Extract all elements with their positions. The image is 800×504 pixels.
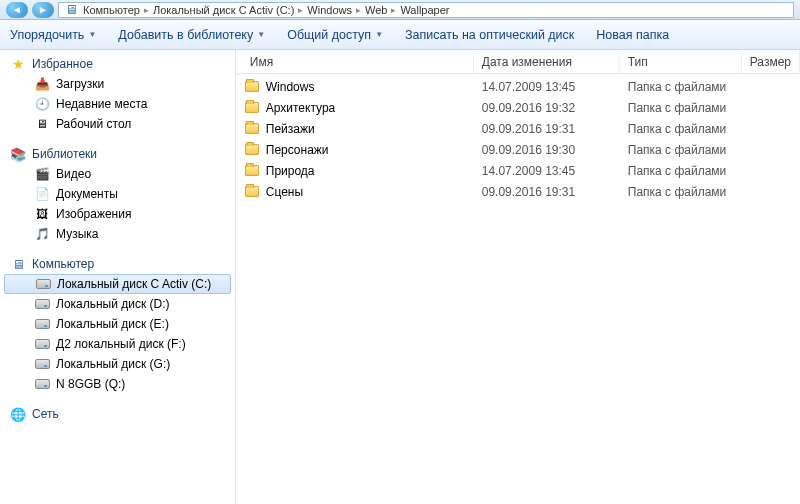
drive-icon [35, 339, 50, 349]
sidebar-libraries[interactable]: 📚 Библиотеки [0, 144, 235, 164]
new-folder-label: Новая папка [596, 28, 669, 42]
file-name: Пейзажи [266, 122, 315, 136]
sidebar-item-documents[interactable]: 📄 Документы [0, 184, 235, 204]
sidebar-item-label: N 8GGB (Q:) [56, 377, 125, 391]
folder-icon [245, 165, 259, 176]
sidebar-item-drive-c[interactable]: Локальный диск C Activ (C:) [4, 274, 231, 294]
file-name: Персонажи [266, 143, 329, 157]
sidebar-favorites[interactable]: ★ Избранное [0, 54, 235, 74]
sidebar-item-music[interactable]: 🎵 Музыка [0, 224, 235, 244]
folder-icon [245, 123, 259, 134]
column-header-name[interactable]: Имя [236, 51, 474, 73]
sidebar-label: Сеть [32, 407, 59, 421]
sidebar-item-label: Рабочий стол [56, 117, 131, 131]
folder-icon [245, 186, 259, 197]
file-row[interactable]: Пейзажи09.09.2016 19:31Папка с файлами [236, 118, 800, 139]
sidebar-item-recent[interactable]: 🕘 Недавние места [0, 94, 235, 114]
sidebar-computer[interactable]: 🖥 Компьютер [0, 254, 235, 274]
back-button[interactable]: ◄ [6, 2, 28, 18]
file-name: Сцены [266, 185, 303, 199]
music-icon: 🎵 [34, 226, 50, 242]
chevron-right-icon: ▸ [391, 5, 396, 15]
crumb[interactable]: Компьютер [83, 4, 140, 16]
add-library-label: Добавить в библиотеку [118, 28, 253, 42]
sidebar-item-drive-g[interactable]: Локальный диск (G:) [0, 354, 235, 374]
file-date: 09.09.2016 19:31 [474, 122, 620, 136]
drive-icon [35, 359, 50, 369]
file-type: Папка с файлами [620, 122, 742, 136]
sidebar-item-label: Д2 локальный диск (F:) [56, 337, 186, 351]
toolbar: Упорядочить ▼ Добавить в библиотеку ▼ Об… [0, 20, 800, 50]
sidebar-item-label: Музыка [56, 227, 98, 241]
libraries-icon: 📚 [10, 146, 26, 162]
drive-icon [35, 299, 50, 309]
sidebar-item-drive-e[interactable]: Локальный диск (E:) [0, 314, 235, 334]
crumb[interactable]: Windows [307, 4, 352, 16]
burn-label: Записать на оптический диск [405, 28, 574, 42]
crumb[interactable]: Wallpaper [400, 4, 449, 16]
chevron-right-icon: ▸ [356, 5, 361, 15]
file-row[interactable]: Сцены09.09.2016 19:31Папка с файлами [236, 181, 800, 202]
file-date: 14.07.2009 13:45 [474, 80, 620, 94]
share-label: Общий доступ [287, 28, 371, 42]
sidebar-item-label: Локальный диск (E:) [56, 317, 169, 331]
document-icon: 📄 [34, 186, 50, 202]
breadcrumb[interactable]: 🖥 Компьютер ▸ Локальный диск C Activ (C:… [58, 2, 794, 18]
crumb[interactable]: Локальный диск C Activ (C:) [153, 4, 294, 16]
sidebar-item-pictures[interactable]: 🖼 Изображения [0, 204, 235, 224]
sidebar-item-desktop[interactable]: 🖥 Рабочий стол [0, 114, 235, 134]
file-type: Папка с файлами [620, 185, 742, 199]
drive-icon [35, 379, 50, 389]
chevron-down-icon: ▼ [257, 30, 265, 39]
sidebar-item-label: Загрузки [56, 77, 104, 91]
column-header-type[interactable]: Тип [620, 51, 742, 73]
file-type: Папка с файлами [620, 80, 742, 94]
file-name: Природа [266, 164, 315, 178]
column-header-date[interactable]: Дата изменения [474, 51, 620, 73]
add-library-menu[interactable]: Добавить в библиотеку ▼ [118, 28, 265, 42]
file-row[interactable]: Природа14.07.2009 13:45Папка с файлами [236, 160, 800, 181]
file-row[interactable]: Персонажи09.09.2016 19:30Папка с файлами [236, 139, 800, 160]
sidebar-item-videos[interactable]: 🎬 Видео [0, 164, 235, 184]
chevron-down-icon: ▼ [375, 30, 383, 39]
file-list-pane: Имя Дата изменения Тип Размер Windows14.… [236, 50, 800, 504]
file-name: Windows [266, 80, 315, 94]
sidebar-item-label: Изображения [56, 207, 131, 221]
forward-button[interactable]: ► [32, 2, 54, 18]
sidebar-item-drive-f[interactable]: Д2 локальный диск (F:) [0, 334, 235, 354]
burn-button[interactable]: Записать на оптический диск [405, 28, 574, 42]
recent-icon: 🕘 [34, 96, 50, 112]
chevron-right-icon: ▸ [298, 5, 303, 15]
share-menu[interactable]: Общий доступ ▼ [287, 28, 383, 42]
file-type: Папка с файлами [620, 101, 742, 115]
navigation-pane[interactable]: ★ Избранное 📥 Загрузки 🕘 Недавние места … [0, 50, 236, 504]
column-headers: Имя Дата изменения Тип Размер [236, 50, 800, 74]
video-icon: 🎬 [34, 166, 50, 182]
drive-icon [36, 279, 51, 289]
sidebar-network[interactable]: 🌐 Сеть [0, 404, 235, 424]
downloads-icon: 📥 [34, 76, 50, 92]
file-date: 09.09.2016 19:31 [474, 185, 620, 199]
sidebar-item-label: Недавние места [56, 97, 147, 111]
star-icon: ★ [10, 56, 26, 72]
file-type: Папка с файлами [620, 164, 742, 178]
sidebar-item-downloads[interactable]: 📥 Загрузки [0, 74, 235, 94]
network-icon: 🌐 [10, 406, 26, 422]
sidebar-item-drive-d[interactable]: Локальный диск (D:) [0, 294, 235, 314]
folder-icon [245, 144, 259, 155]
file-row[interactable]: Windows14.07.2009 13:45Папка с файлами [236, 76, 800, 97]
new-folder-button[interactable]: Новая папка [596, 28, 669, 42]
organize-menu[interactable]: Упорядочить ▼ [10, 28, 96, 42]
column-header-size[interactable]: Размер [742, 51, 800, 73]
file-list[interactable]: Windows14.07.2009 13:45Папка с файламиАр… [236, 74, 800, 504]
sidebar-item-label: Видео [56, 167, 91, 181]
file-date: 09.09.2016 19:30 [474, 143, 620, 157]
desktop-icon: 🖥 [34, 116, 50, 132]
sidebar-item-drive-q[interactable]: N 8GGB (Q:) [0, 374, 235, 394]
file-row[interactable]: Архитектура09.09.2016 19:32Папка с файла… [236, 97, 800, 118]
folder-icon [245, 102, 259, 113]
address-bar: ◄ ► 🖥 Компьютер ▸ Локальный диск C Activ… [0, 0, 800, 20]
crumb[interactable]: Web [365, 4, 387, 16]
file-date: 09.09.2016 19:32 [474, 101, 620, 115]
organize-label: Упорядочить [10, 28, 84, 42]
